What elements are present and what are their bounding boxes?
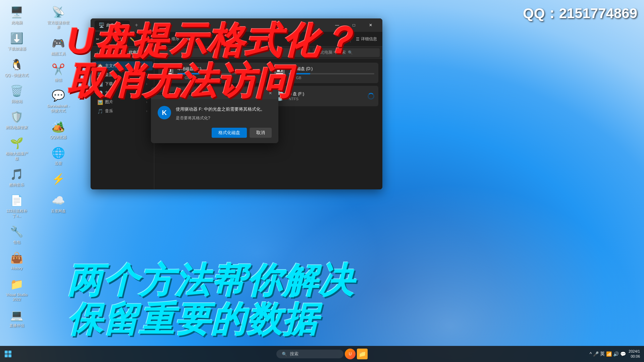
toolbar-cut[interactable]: ✂ — [93, 34, 102, 45]
weixin-icon: 💬 — [52, 89, 65, 102]
toolbar-sort[interactable]: ↕ 排序 — [165, 34, 182, 45]
toolbar-separator2 — [350, 36, 351, 43]
minimize-button[interactable]: — — [329, 20, 345, 31]
desktop-icon-baidu[interactable]: ☁️ 百度网盘 — [45, 192, 72, 215]
drive-d[interactable]: 💾 本地磁盘 (D:) 119 GB — [270, 63, 378, 83]
helper-label: 包包 — [13, 240, 20, 244]
win-quad-1 — [5, 351, 8, 354]
address-text: 此电脑 — [129, 50, 141, 55]
cancel-button[interactable]: 取消 — [250, 128, 272, 138]
zhijian-icon: 📡 — [52, 5, 65, 19]
sidebar-item-download[interactable]: ⬇️ 下载 › — [92, 79, 153, 88]
history-icon: 📁 — [10, 278, 23, 291]
new-tab-button[interactable]: + — [132, 21, 141, 29]
sidebar-item-music[interactable]: 🎵 音乐 › — [92, 107, 153, 116]
chevron-icon4: › — [146, 91, 147, 95]
xunlei-icon: ⚡ — [52, 172, 65, 186]
tray-lang-indicator[interactable]: 英 — [600, 351, 605, 357]
dialog-sub-message: 是否要将其格式化? — [176, 115, 272, 121]
drive-c-info: 本地磁盘 (C:) 119 GB — [177, 66, 263, 80]
format-disk-button[interactable]: 格式化磁盘 — [212, 128, 247, 138]
desktop-icon-qq[interactable]: 🐧 QQ - 快捷方式 — [3, 56, 30, 79]
weixin-label: Survivalcraft - 快捷方式 — [46, 104, 70, 113]
close-button[interactable]: ✕ — [363, 20, 378, 31]
toolbar-delete[interactable]: 🗑 — [150, 34, 160, 45]
desktop-icon-survival[interactable]: 🏕️ QQ浏览器 — [45, 118, 72, 141]
desktop-icon-downloader[interactable]: ⬇️ 下载加速器 — [3, 29, 30, 53]
taskbar-search[interactable]: 🔍 搜索 — [276, 350, 343, 358]
dialog-close-button[interactable]: ✕ — [266, 89, 274, 97]
toolbar-share[interactable]: 📤 — [139, 34, 149, 45]
address-bar[interactable]: 此电脑 — [125, 48, 310, 57]
taskbar: 🔍 搜索 U 📁 ^ 🎤 英 📶 🔊 💬 2024/1 00:06 — [0, 346, 644, 362]
taskbar-right: ^ 🎤 英 📶 🔊 💬 2024/1 00:06 — [590, 349, 640, 359]
toolbar-details[interactable]: ☰ 详细信息 — [353, 34, 380, 45]
desktop-icon-bag[interactable]: 👜 History — [3, 249, 30, 273]
desktop-icon-minigame[interactable]: 🎮 截图工具 — [45, 35, 72, 58]
sidebar-download-label: 下载 — [105, 81, 113, 87]
tray-mic-icon[interactable]: 🎤 — [593, 351, 599, 357]
explorer-tab[interactable]: 🖥️ 此电脑 ✕ — [95, 20, 130, 30]
tray-message-icon[interactable]: 💬 — [620, 351, 626, 357]
desktop-icon-qqbrowser[interactable]: 🌐 迅雷 — [45, 144, 72, 168]
tray-volume-icon[interactable]: 🔊 — [613, 351, 619, 357]
sidebar-pictures-label: 图片 — [105, 99, 113, 105]
vs-icon: 💻 — [10, 308, 23, 322]
back-button[interactable]: ‹ — [93, 49, 101, 57]
desktop-icon-office[interactable]: 📄 123云流程补丁-i... — [3, 192, 30, 220]
desktop-icon-qqsec[interactable]: 🛡️ 腾讯电脑管家 — [3, 108, 30, 132]
drive-d-bar — [289, 73, 374, 74]
desktop-icon-history[interactable]: 📁 Visual Studio 2022 — [3, 276, 30, 304]
desktop-icon-qqmusic[interactable]: 🎵 酷狗音乐 — [3, 166, 30, 189]
start-button[interactable] — [0, 346, 16, 362]
usb-type: NTFS — [289, 97, 364, 101]
qqmusic-label: 酷狗音乐 — [9, 182, 24, 187]
system-datetime[interactable]: 2024/1 00:06 — [629, 349, 640, 359]
desktop-icon-recycle[interactable]: 🗑️ 回收站 — [3, 82, 30, 106]
pictures-icon: 🖼️ — [97, 100, 103, 105]
chevron-icon: › — [146, 64, 147, 68]
explorer-addressbar: ‹ › ↑ 此电脑 在 此电脑 中搜索 🔍 — [91, 47, 382, 59]
drive-usb[interactable]: 💿 U 盘 (F:) NTFS — [270, 86, 378, 106]
vs-label: 直播伴侣 — [9, 323, 24, 328]
up-button[interactable]: ↑ — [115, 49, 123, 57]
desktop-icon-helper[interactable]: 🔧 包包 — [3, 223, 30, 246]
baidu-label: 百度网盘 — [51, 208, 66, 213]
toolbar-rename[interactable]: ✏️ — [127, 34, 137, 45]
toolbar-copy[interactable]: 📋 — [103, 34, 114, 45]
drive-c[interactable]: 💾 本地磁盘 (C:) 119 GB — [158, 63, 267, 83]
desktop-icon-vs[interactable]: 💻 直播伴侣 — [3, 306, 30, 330]
windows-logo — [5, 351, 11, 357]
taskbar-center: 🔍 搜索 U 📁 — [276, 349, 368, 359]
sidebar-music-label: 音乐 — [105, 108, 113, 114]
sidebar-item-home[interactable]: 🏠 主文件夹 › — [92, 61, 153, 70]
maximize-button[interactable]: □ — [346, 20, 362, 31]
desktop-icon-zhijian[interactable]: 📡 官方版迷你世界 — [45, 3, 72, 32]
sort-label: 排序 — [171, 36, 179, 42]
drive-d-size: 119 GB — [289, 76, 374, 80]
search-box[interactable]: 在 此电脑 中搜索 🔍 — [313, 48, 380, 57]
desktop-icon-weixin[interactable]: 💬 Survivalcraft - 快捷方式 — [45, 87, 72, 115]
sidebar-item-desktop[interactable]: 🖥️ 桌面 › — [92, 70, 153, 79]
tray-expand-icon[interactable]: ^ — [590, 351, 592, 357]
taskbar-file-manager[interactable]: 📁 — [357, 349, 368, 359]
chevron-icon2: › — [146, 73, 147, 77]
tray-wifi-icon[interactable]: 📶 — [606, 351, 612, 357]
desktop-icon-plants[interactable]: 🌱 植物大战僵尸版 — [3, 134, 30, 163]
desktop-icon-jietutools[interactable]: ✂️ 微信 — [45, 61, 72, 84]
plants-label: 植物大战僵尸版 — [5, 151, 29, 161]
toolbar-more[interactable]: ··· — [339, 34, 347, 45]
sidebar-item-pictures[interactable]: 🖼️ 图片 › — [92, 98, 153, 107]
forward-button[interactable]: › — [104, 49, 112, 57]
sidebar-home-label: 主文件夹 — [105, 63, 121, 69]
toolbar-view[interactable]: ⊞ — [183, 34, 192, 45]
tab-close-button[interactable]: ✕ — [120, 22, 126, 28]
download-icon: ⬇️ — [97, 81, 103, 87]
music-icon: 🎵 — [97, 109, 103, 114]
jietutools-label: 微信 — [55, 77, 62, 82]
explorer-sidebar: 🏠 主文件夹 › 🖥️ 桌面 › ⬇️ 下载 › 📄 文档 › 🖼️ 图 — [91, 59, 154, 189]
desktop-icon-xunlei[interactable]: ⚡ — [45, 170, 72, 189]
toolbar-paste[interactable]: 📥 — [115, 34, 125, 45]
sidebar-item-docs[interactable]: 📄 文档 › — [92, 88, 153, 98]
desktop-icon-pc[interactable]: 🖥️ 此电脑 — [3, 3, 30, 27]
